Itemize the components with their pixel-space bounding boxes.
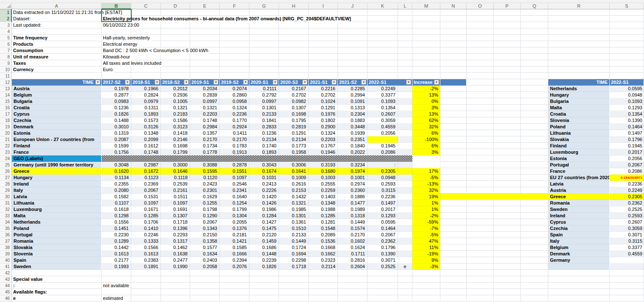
value-cell[interactable]: 0.1586 — [161, 117, 190, 124]
value-cell[interactable]: 0.1826 — [249, 263, 279, 270]
value-cell[interactable]: 0.1883 — [338, 117, 368, 124]
e-flag-cell[interactable]: e — [13, 295, 16, 302]
rank-country-cell[interactable] — [548, 263, 610, 270]
row-header-28[interactable]: 28 — [0, 181, 12, 187]
column-header-D[interactable]: D — [161, 3, 190, 9]
value-cell[interactable]: 0.1301 — [279, 213, 309, 219]
rank-country-cell[interactable]: Austria — [548, 187, 610, 194]
rank-value-cell[interactable]: 0.2593 — [610, 213, 644, 219]
increase-cell[interactable] — [412, 162, 440, 168]
value-cell[interactable]: 0.1641 — [279, 168, 309, 175]
value-cell[interactable]: 0.2285 — [338, 86, 368, 92]
increase-cell[interactable]: 1% — [412, 206, 440, 213]
rank-country-cell[interactable]: Croatia — [548, 111, 610, 117]
last-updated-label-cell[interactable]: Last updated: — [13, 22, 41, 28]
increase-cell[interactable]: 6% — [412, 143, 440, 149]
rank-value-cell[interactable]: 0.1390 — [610, 117, 644, 124]
value-cell[interactable]: 0.1442 — [102, 244, 131, 251]
value-cell[interactable]: 0.1324 — [309, 130, 338, 136]
column-header-C[interactable]: C — [131, 3, 161, 9]
row-header-17[interactable]: 17 — [0, 111, 12, 117]
row-header-8[interactable]: 8 — [0, 54, 12, 60]
value-cell[interactable]: 0.1891 — [131, 263, 161, 270]
flag-cell[interactable] — [398, 257, 412, 263]
value-cell[interactable]: 0.1410 — [131, 225, 161, 232]
country-cell[interactable]: Denmark — [12, 124, 102, 130]
country-cell[interactable]: Estonia — [12, 130, 102, 136]
row-header-40[interactable]: 40 — [0, 257, 12, 263]
rank-country-cell[interactable]: Belgium — [548, 244, 610, 251]
row-header-31[interactable]: 31 — [0, 200, 12, 206]
value-cell[interactable]: 0.1284 — [249, 213, 279, 219]
value-cell[interactable]: 0.1638 — [161, 251, 190, 257]
value-cell[interactable]: 0.1989 — [338, 206, 368, 213]
value-cell[interactable]: 0.1646 — [161, 168, 190, 175]
value-cell[interactable]: 0.1427 — [249, 219, 279, 225]
rank-value-cell[interactable]: 0.1464 — [610, 124, 644, 130]
value-cell[interactable]: 0.2360 — [338, 187, 368, 194]
value-cell[interactable]: 0.2525 — [368, 263, 398, 270]
value-cell[interactable]: 0.2146 — [161, 136, 190, 143]
rank-country-cell[interactable]: Estonia — [548, 155, 610, 162]
rank-country-cell[interactable]: Netherlands — [548, 86, 610, 92]
value-cell[interactable]: 0.2860 — [220, 92, 249, 98]
value-cell[interactable]: 0.2067 — [131, 187, 161, 194]
row-header-35[interactable]: 35 — [0, 225, 12, 232]
value-cell[interactable]: 0.1640 — [220, 194, 249, 200]
value-cell[interactable]: 0.1009 — [279, 175, 309, 181]
value-cell[interactable]: 0.2203 — [190, 111, 220, 117]
country-cell[interactable]: France — [12, 149, 102, 155]
row-header-5[interactable]: 5 — [0, 35, 12, 41]
value-cell[interactable]: 0.2259 — [309, 187, 338, 194]
value-cell[interactable]: 0.3010 — [102, 124, 131, 130]
value-cell[interactable]: 0.0983 — [102, 98, 131, 105]
rank-value-cell[interactable]: 0.1497 — [610, 130, 644, 136]
colon-flag-cell[interactable]: : — [13, 283, 15, 289]
country-cell[interactable]: Greece — [12, 168, 102, 175]
row-header-24[interactable]: 24 — [0, 155, 12, 162]
value-cell[interactable]: 0.1005 — [161, 98, 190, 105]
row-header-12[interactable]: 12 — [0, 79, 12, 86]
value-cell[interactable]: 0.2607 — [368, 111, 398, 117]
value-cell[interactable]: 0.1118 — [161, 175, 190, 181]
value-cell[interactable]: : — [368, 162, 398, 168]
row-header-27[interactable]: 27 — [0, 175, 12, 181]
value-cell[interactable]: 0.1123 — [131, 175, 161, 181]
row-header-14[interactable]: 14 — [0, 92, 12, 98]
country-cell[interactable]: Portugal — [12, 232, 102, 238]
value-cell[interactable]: 0.2181 — [220, 232, 249, 238]
country-cell[interactable]: Malta — [12, 213, 102, 219]
rank-country-cell[interactable]: Bulgaria — [548, 98, 610, 105]
row-header-44[interactable]: 44 — [0, 283, 12, 289]
column-header-A[interactable]: A — [12, 3, 102, 9]
flag-cell[interactable] — [398, 187, 412, 194]
column-header-Q[interactable]: Q — [521, 3, 548, 9]
filter-header-2019-S1[interactable]: 2019-S1▼ — [190, 79, 220, 86]
value-cell[interactable]: 0.2403 — [190, 257, 220, 263]
value-cell[interactable]: 0.2067 — [190, 219, 220, 225]
rank-country-cell[interactable]: Cyprus — [548, 219, 610, 225]
value-cell[interactable]: 0.2239 — [249, 257, 279, 263]
value-cell[interactable]: 0.2477 — [161, 257, 190, 263]
property-value[interactable]: Band DC : 2 500 kWh < Consumption < 5 00… — [102, 47, 210, 54]
property-label[interactable]: Products — [13, 41, 33, 47]
value-cell[interactable]: 0.2114 — [309, 263, 338, 270]
row-header-1[interactable]: 1 — [0, 9, 12, 16]
value-cell[interactable]: 0.1671 — [131, 206, 161, 213]
value-cell[interactable]: 0.2055 — [220, 219, 249, 225]
value-cell[interactable]: 0.1958 — [279, 149, 309, 155]
filter-dropdown-icon[interactable]: ▼ — [243, 80, 248, 85]
row-header-20[interactable]: 20 — [0, 130, 12, 136]
row-header-42[interactable]: 42 — [0, 270, 12, 276]
flag-cell[interactable] — [398, 206, 412, 213]
value-cell[interactable]: 0.1629 — [190, 194, 220, 200]
value-cell[interactable]: 0.1321 — [279, 200, 309, 206]
value-cell[interactable]: 0.1097 — [161, 200, 190, 206]
value-cell[interactable]: 0.1448 — [249, 251, 279, 257]
value-cell[interactable]: 0.2120 — [249, 232, 279, 238]
value-cell[interactable]: 0.1291 — [279, 130, 309, 136]
property-value[interactable]: Kilowatt-hour — [102, 54, 131, 60]
filter-dropdown-icon[interactable]: ▼ — [95, 80, 100, 85]
flag-cell[interactable] — [398, 200, 412, 206]
value-cell[interactable]: 0.1740 — [249, 143, 279, 149]
